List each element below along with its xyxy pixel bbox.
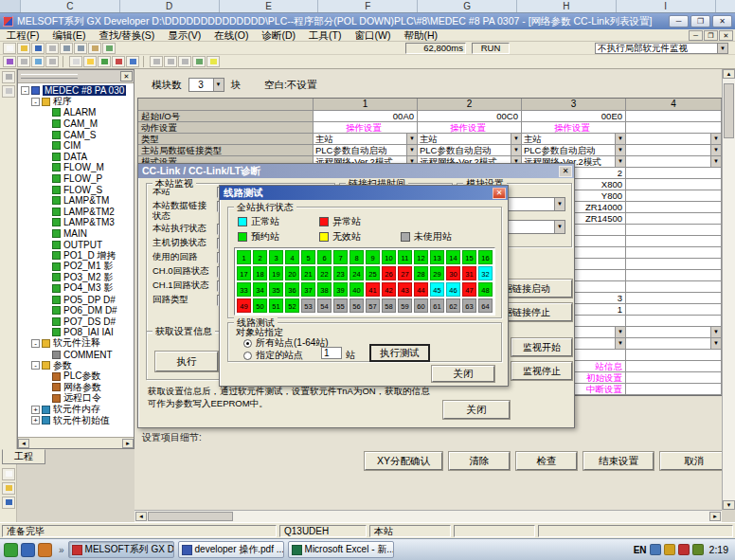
specified-station-radio[interactable]: 指定的站点	[243, 349, 303, 362]
scroll-left-icon[interactable]: ◄	[135, 512, 147, 521]
tray-icon-4[interactable]	[692, 544, 704, 555]
print-icon[interactable]	[45, 43, 59, 54]
tree-item[interactable]: PO4_M3 影	[18, 283, 134, 295]
dropdown-arrow-icon[interactable]: ▼	[710, 145, 721, 155]
monitor-stop-icon[interactable]	[112, 56, 125, 67]
taskbar-app-pdf[interactable]: developer 操作.pdf ...	[178, 541, 284, 558]
menu-item[interactable]: 编辑(E)	[45, 29, 92, 42]
value-cell[interactable]	[626, 213, 722, 225]
settings-link-cell[interactable]	[626, 372, 722, 384]
tree-item[interactable]: PO5_DP D#	[18, 294, 134, 305]
language-indicator[interactable]: EN	[634, 545, 647, 555]
dock-toggle-icon[interactable]	[2, 71, 15, 83]
scrollbar-thumb[interactable]	[724, 83, 734, 138]
dropdown-cell[interactable]: ▼	[626, 156, 722, 168]
dropdown-cell[interactable]: 主站▼	[418, 134, 522, 145]
dropdown-arrow-icon[interactable]: ▼	[710, 327, 721, 337]
menu-item[interactable]: 诊断(D)	[256, 29, 303, 42]
vertical-scrollbar[interactable]: ▲ ▼	[722, 69, 735, 510]
launcher-icon-1[interactable]	[4, 543, 18, 557]
tree-item[interactable]: ALARM	[18, 107, 134, 118]
dropdown-cell[interactable]: PLC参数自动启动▼	[314, 145, 418, 156]
expand-toggle-icon[interactable]: +	[31, 416, 40, 425]
settings-link-cell[interactable]: 操作设置	[314, 122, 418, 134]
tray-icon-1[interactable]	[650, 544, 661, 555]
value-cell[interactable]: 00E0	[522, 111, 626, 122]
close-button[interactable]: 关闭	[432, 366, 494, 382]
tree-item[interactable]: -MEDEC #8 PA 030	[18, 85, 134, 97]
tree-horizontal-scrollbar[interactable]: ◄ ►	[18, 437, 134, 448]
dropdown-arrow-icon[interactable]: ▼	[511, 145, 521, 155]
collapse-toggle-icon[interactable]: -	[21, 86, 29, 95]
value-cell[interactable]	[626, 316, 722, 327]
tree-item[interactable]: CAM_S	[18, 129, 134, 140]
dropdown-arrow-icon[interactable]: ▼	[710, 338, 721, 349]
dropdown-arrow-icon[interactable]: ▼	[615, 338, 625, 349]
all-stations-radio[interactable]: 所有站点(1-64站)	[243, 336, 329, 350]
open-folder-icon[interactable]	[2, 482, 15, 495]
monitor-mode-select[interactable]: 不执行局部软元件监视 ▼	[595, 43, 728, 54]
close-icon[interactable]: ✕	[120, 71, 133, 81]
open-project-icon[interactable]	[17, 43, 30, 54]
menu-item[interactable]: 工具(T)	[302, 29, 348, 42]
scroll-right-icon[interactable]: ►	[709, 512, 721, 521]
launcher-icon-3[interactable]	[38, 543, 52, 557]
ladder-mode-icon[interactable]	[3, 56, 16, 67]
close-icon[interactable]: ✕	[559, 166, 572, 177]
taskbar-app-gx-developer[interactable]: MELSOFT系列 GX D...	[68, 541, 174, 558]
menu-item[interactable]: 查找/替换(S)	[92, 29, 161, 42]
dropdown-arrow-icon[interactable]: ▼	[615, 134, 625, 144]
value-cell[interactable]	[626, 247, 722, 259]
tree-item[interactable]: MAIN	[18, 228, 134, 240]
dropdown-cell[interactable]: ▼	[626, 338, 722, 350]
new-file-icon[interactable]	[2, 468, 15, 480]
settings-link-cell[interactable]	[626, 384, 722, 395]
check-program-icon[interactable]	[192, 56, 206, 67]
find-icon[interactable]	[150, 56, 163, 67]
monitor-mode-icon[interactable]	[98, 56, 111, 67]
tray-icon-3[interactable]	[678, 544, 690, 555]
tree-item[interactable]: LAMP&TM2	[18, 207, 134, 218]
minimize-icon[interactable]: ─	[669, 15, 689, 27]
monitor-start-button[interactable]: 监视开始	[511, 338, 572, 356]
dropdown-arrow-icon[interactable]: ▼	[406, 145, 417, 155]
tree-item[interactable]: +软元件初始值	[18, 415, 134, 426]
close-icon[interactable]: ✕	[493, 188, 506, 199]
launcher-icon-2[interactable]	[21, 543, 35, 557]
station-number-input[interactable]	[321, 347, 342, 359]
scroll-left-icon[interactable]: ◄	[18, 439, 29, 448]
find-device-icon[interactable]	[164, 56, 177, 67]
taskbar-app-excel[interactable]: Microsoft Excel - 新...	[288, 541, 394, 558]
tree-item[interactable]: PO6_DM D#	[18, 305, 134, 316]
settings-link-cell[interactable]: 操作设置	[522, 122, 626, 134]
dropdown-cell[interactable]: 主站▼	[314, 134, 418, 145]
tree-item[interactable]: FLOW_M	[18, 162, 134, 173]
value-cell[interactable]	[626, 179, 722, 190]
settings-link-cell[interactable]	[626, 361, 722, 372]
action-button-3[interactable]: 检查	[516, 452, 577, 470]
clock[interactable]: 2:19	[709, 544, 728, 555]
chevron-down-icon[interactable]: ▼	[554, 221, 565, 233]
scroll-up-icon[interactable]: ▲	[723, 69, 735, 79]
scroll-right-icon[interactable]: ►	[122, 439, 134, 448]
read-from-plc-icon[interactable]	[69, 56, 82, 67]
chevron-down-icon[interactable]: ▼	[554, 198, 565, 210]
tree-item[interactable]: CAM_M	[18, 118, 134, 130]
dropdown-arrow-icon[interactable]: ▼	[710, 156, 721, 167]
dropdown-cell[interactable]: 主站▼	[522, 134, 626, 145]
value-cell[interactable]	[626, 270, 722, 281]
dropdown-arrow-icon[interactable]: ▼	[615, 145, 625, 155]
tree-item[interactable]: -程序	[18, 97, 134, 108]
tree-panel-header[interactable]: ✕	[18, 70, 134, 83]
cut-icon[interactable]	[60, 43, 73, 54]
value-cell[interactable]	[626, 259, 722, 270]
value-cell[interactable]	[626, 168, 722, 179]
dropdown-cell[interactable]: PLC参数自动启动▼	[418, 145, 522, 156]
close-button[interactable]: 关闭	[443, 401, 510, 419]
tree-item[interactable]: FLOW_S	[18, 184, 134, 195]
collapse-toggle-icon[interactable]: -	[31, 361, 40, 370]
write-to-plc-icon[interactable]	[83, 56, 97, 67]
action-button-5[interactable]: 取消	[660, 452, 728, 470]
tree-item[interactable]: CIM	[18, 140, 134, 152]
dropdown-cell[interactable]: ▼	[626, 327, 722, 338]
